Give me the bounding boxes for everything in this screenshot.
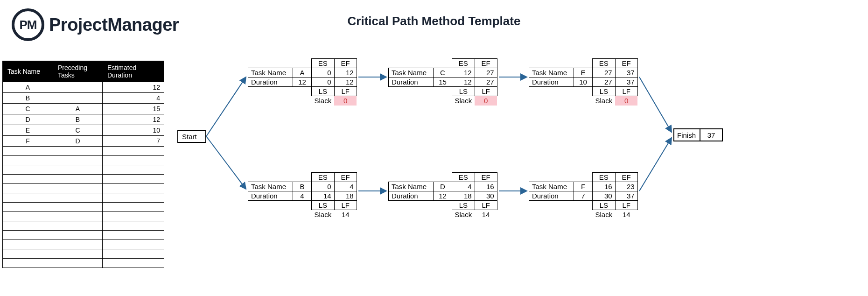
finish-value: 37 [700, 128, 723, 141]
es-value: 16 [593, 182, 616, 191]
cell-duration[interactable]: 7 [103, 136, 164, 147]
lf-value: 27 [475, 78, 497, 87]
table-row[interactable]: B4 [3, 93, 164, 104]
cell-duration[interactable]: 12 [103, 114, 164, 125]
table-row-empty[interactable] [3, 249, 164, 259]
es-value: 4 [452, 182, 475, 191]
lf-value: 12 [334, 78, 357, 87]
ls-header: LS [593, 201, 616, 210]
ls-header: LS [312, 201, 335, 210]
slack-value: 0 [475, 96, 497, 106]
cpm-node-d: ESEFTask NameD416Duration121830LSLFSlack… [388, 172, 497, 219]
duration-value: 4 [293, 191, 312, 201]
cell-preceding[interactable] [53, 82, 103, 93]
table-row-empty[interactable] [3, 147, 164, 156]
cell-task-name[interactable]: B [3, 93, 53, 104]
es-header: ES [593, 173, 616, 182]
task-name-label: Task Name [389, 182, 434, 191]
slack-label: Slack [312, 210, 335, 219]
ef-value: 16 [475, 182, 497, 191]
table-row-empty[interactable] [3, 203, 164, 212]
task-name-label: Task Name [389, 68, 434, 78]
slack-label: Slack [312, 96, 335, 106]
cell-task-name[interactable]: A [3, 82, 53, 93]
table-row-empty[interactable] [3, 259, 164, 268]
duration-value: 10 [574, 78, 593, 87]
table-row-empty[interactable] [3, 231, 164, 240]
cell-duration[interactable]: 10 [103, 125, 164, 136]
table-row[interactable]: A12 [3, 82, 164, 93]
cpm-node-e: ESEFTask NameE2737Duration102737LSLFSlac… [529, 58, 638, 106]
cell-duration[interactable]: 15 [103, 104, 164, 114]
table-row-empty[interactable] [3, 175, 164, 184]
table-header-row: Task Name Preceding Tasks Estimated Dura… [3, 61, 164, 82]
duration-value: 15 [434, 78, 452, 87]
table-row[interactable]: FD7 [3, 136, 164, 147]
finish-label: Finish [673, 128, 700, 141]
cell-duration[interactable]: 4 [103, 93, 164, 104]
table-row-empty[interactable] [3, 193, 164, 203]
duration-label: Duration [389, 191, 434, 201]
col-preceding: Preceding Tasks [53, 61, 103, 82]
duration-value: 7 [574, 191, 593, 201]
cell-preceding[interactable]: A [53, 104, 103, 114]
col-task-name: Task Name [3, 61, 53, 82]
cell-task-name[interactable]: C [3, 104, 53, 114]
cell-task-name[interactable]: E [3, 125, 53, 136]
page-title: Critical Path Method Template [0, 14, 868, 28]
ef-header: EF [475, 173, 497, 182]
svg-line-7 [639, 77, 672, 132]
lf-value: 30 [475, 191, 497, 201]
slack-value: 0 [615, 96, 637, 106]
duration-value: 12 [434, 191, 452, 201]
table-row-empty[interactable] [3, 184, 164, 193]
table-row[interactable]: DB12 [3, 114, 164, 125]
ef-value: 37 [615, 68, 637, 78]
duration-label: Duration [529, 191, 574, 201]
cpm-node-b: ESEFTask NameB04Duration41418LSLFSlack14 [248, 172, 357, 219]
cell-preceding[interactable] [53, 93, 103, 104]
task-table: Task Name Preceding Tasks Estimated Dura… [2, 61, 164, 268]
cell-duration[interactable]: 12 [103, 82, 164, 93]
ef-header: EF [334, 173, 357, 182]
slack-label: Slack [452, 210, 475, 219]
es-value: 12 [452, 68, 475, 78]
table-row-empty[interactable] [3, 156, 164, 165]
table-row-empty[interactable] [3, 165, 164, 175]
es-header: ES [452, 59, 475, 68]
slack-label: Slack [593, 210, 616, 219]
task-name-value: E [574, 68, 593, 78]
cell-preceding[interactable]: B [53, 114, 103, 125]
table-row[interactable]: CA15 [3, 104, 164, 114]
cell-task-name[interactable]: F [3, 136, 53, 147]
table-row-empty[interactable] [3, 212, 164, 221]
start-node: Start [177, 130, 206, 143]
es-header: ES [312, 173, 335, 182]
es-value: 27 [593, 68, 616, 78]
lf-header: LF [615, 87, 637, 96]
ls-header: LS [452, 87, 475, 96]
task-name-value: D [434, 182, 452, 191]
ef-value: 27 [475, 68, 497, 78]
slack-value: 0 [334, 96, 357, 106]
ef-header: EF [334, 59, 357, 68]
task-name-label: Task Name [529, 68, 574, 78]
cpm-node-f: ESEFTask NameF1623Duration73037LSLFSlack… [529, 172, 638, 219]
slack-value: 14 [615, 210, 637, 219]
ls-value: 12 [452, 78, 475, 87]
cpm-node-a: ESEFTask NameA012Duration12012LSLFSlack0 [248, 58, 357, 106]
cell-task-name[interactable]: D [3, 114, 53, 125]
ef-value: 12 [334, 68, 357, 78]
lf-header: LF [334, 201, 357, 210]
ls-value: 0 [312, 78, 335, 87]
es-header: ES [452, 173, 475, 182]
task-name-value: A [293, 68, 312, 78]
duration-label: Duration [248, 78, 293, 87]
cell-preceding[interactable]: D [53, 136, 103, 147]
table-row-empty[interactable] [3, 221, 164, 231]
table-row-empty[interactable] [3, 240, 164, 249]
slack-value: 14 [334, 210, 357, 219]
finish-node: Finish 37 [673, 128, 723, 141]
table-row[interactable]: EC10 [3, 125, 164, 136]
cell-preceding[interactable]: C [53, 125, 103, 136]
